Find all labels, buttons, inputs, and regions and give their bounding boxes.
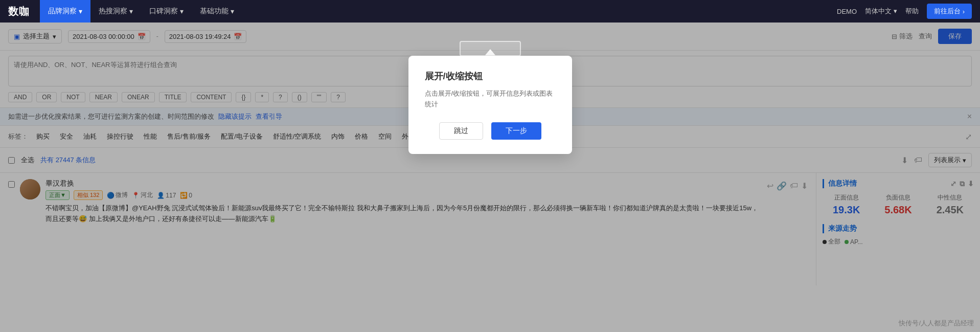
chevron-down-icon: ▾ [129,7,133,15]
nav-left: 数咖 品牌洞察 ▾ 热搜洞察 ▾ 口碑洞察 ▾ 基础功能 ▾ [8,0,242,23]
chevron-down-icon: ▾ [180,7,184,15]
main-content: ▣ 选择主题 ▾ 2021-08-03 00:00:00 📅 - 2021-08… [0,23,980,332]
chevron-down-icon: ▾ [231,7,234,15]
nav-item-brand[interactable]: 品牌洞察 ▾ [40,0,90,23]
portal-button[interactable]: 前往后台 › [927,4,972,19]
nav-item-reputation[interactable]: 口碑洞察 ▾ [141,0,192,23]
nav-right: DEMO 简体中文 ▾ 帮助 前往后台 › [837,4,972,19]
modal-buttons: 跳过 下一步 [425,122,556,140]
next-button[interactable]: 下一步 [491,122,541,140]
modal-desc: 点击展开/收缩按钮，可展开信息列表或图表统计 [425,88,556,110]
nav-item-hot[interactable]: 热搜洞察 ▾ [90,0,141,23]
lang-selector[interactable]: 简体中文 ▾ [865,7,897,16]
modal-arrow [485,49,495,55]
skip-button[interactable]: 跳过 [439,122,483,140]
demo-label: DEMO [837,8,857,15]
help-link[interactable]: 帮助 [905,7,919,16]
nav-item-basic[interactable]: 基础功能 ▾ [192,0,242,23]
top-nav: 数咖 品牌洞察 ▾ 热搜洞察 ▾ 口碑洞察 ▾ 基础功能 ▾ DEMO 简体中文… [0,0,980,23]
arrow-right-icon: › [963,8,965,15]
modal-title: 展开/收缩按钮 [425,70,556,82]
modal-box: 展开/收缩按钮 点击展开/收缩按钮，可展开信息列表或图表统计 跳过 下一步 [408,56,572,154]
nav-logo: 数咖 [8,5,30,18]
modal-overlay: 展开/收缩按钮 点击展开/收缩按钮，可展开信息列表或图表统计 跳过 下一步 [0,23,980,332]
chevron-down-icon: ▾ [79,7,82,15]
